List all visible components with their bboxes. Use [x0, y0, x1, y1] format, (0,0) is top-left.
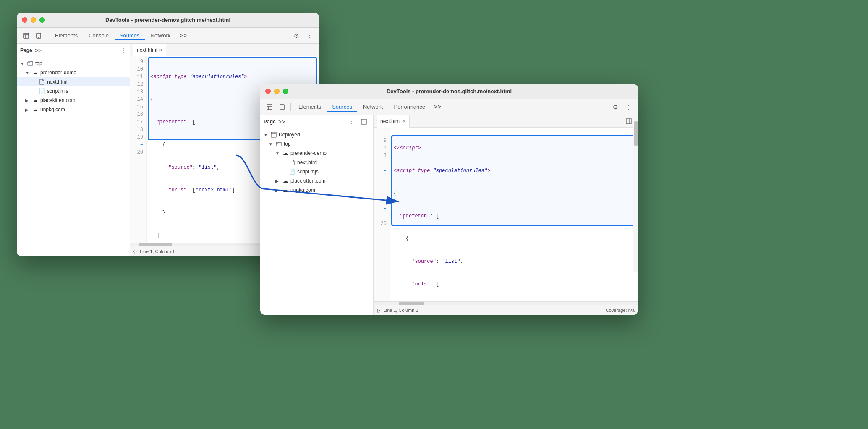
- cloud-icon-1: ☁: [32, 69, 39, 76]
- settings-icon-1[interactable]: ⚙: [290, 30, 302, 42]
- window-title-2: DevTools - prerender-demos.glitch.me/nex…: [387, 88, 512, 94]
- maximize-button-2[interactable]: [283, 89, 288, 94]
- more-icon-2[interactable]: ⋮: [623, 101, 635, 113]
- sidebar-header-2: Page >> ⋮: [260, 115, 373, 128]
- sidebar-tree-2: ▼ Deployed ▼: [260, 128, 373, 315]
- tree-item-prerender-2[interactable]: ▼ ☁ prerender-demo: [260, 149, 373, 158]
- traffic-lights-2: [265, 89, 288, 94]
- toolbar-2: Elements Sources Network Performance >> …: [260, 99, 638, 115]
- toolbar-separator-4: [447, 103, 447, 111]
- tree-label-top-1: top: [35, 60, 42, 66]
- box-icon-deployed: [270, 131, 277, 138]
- arrow-unpkg-1: ▶: [25, 107, 30, 112]
- close-button-2[interactable]: [265, 89, 271, 94]
- svg-rect-15: [276, 142, 281, 146]
- title-bar-1: DevTools - prerender-demos.glitch.me/nex…: [17, 13, 319, 28]
- sidebar-header-1: Page >> ⋮: [17, 44, 130, 57]
- sidebar-tree-1: ▼ top ▼ ☁ prerender-demo: [17, 57, 130, 256]
- arrow-pk-2: ▶: [275, 179, 280, 183]
- settings-icon-2[interactable]: ⚙: [609, 101, 621, 113]
- tree-label-nexthtml-1: next.html: [47, 79, 68, 85]
- tab-network-2[interactable]: Network: [358, 102, 388, 112]
- cloud-icon-2: ☁: [282, 150, 289, 157]
- status-coverage-2: Coverage: n/a: [606, 308, 635, 313]
- tab-sources-1[interactable]: Sources: [115, 31, 145, 40]
- tree-label-unpkg-2: unpkg.com: [290, 187, 315, 193]
- tree-item-prerender-1[interactable]: ▼ ☁ prerender-demo: [17, 68, 130, 77]
- toolbar-right-2: ⚙ ⋮: [609, 101, 635, 113]
- tree-item-top-1[interactable]: ▼ top: [17, 59, 130, 68]
- file-icon-2: [289, 159, 295, 166]
- more-tabs-icon-1[interactable]: >>: [176, 30, 189, 41]
- more-icon-1[interactable]: ⋮: [304, 30, 316, 42]
- tab-sources-2[interactable]: Sources: [327, 102, 357, 112]
- line-numbers-2: – 9 1 3 – – – – – – 20: [374, 128, 390, 301]
- tree-item-nexthtml-2[interactable]: ▶ next.html: [260, 158, 373, 167]
- code-area-2: – 9 1 3 – – – – – – 20 </script> <scri: [374, 128, 638, 301]
- tree-item-placekitten-2[interactable]: ▶ ☁ placekitten.com: [260, 176, 373, 186]
- sidebar-panel-toggle-2[interactable]: [358, 116, 370, 128]
- arrow-prerender-2: ▼: [275, 151, 280, 156]
- minimize-button-2[interactable]: [274, 89, 280, 94]
- more-tabs-icon-2[interactable]: >>: [431, 102, 444, 112]
- tab-elements-2[interactable]: Elements: [293, 102, 326, 112]
- arrow-prerender-1: ▼: [25, 71, 30, 75]
- tree-item-unpkg-2[interactable]: ▶ ☁ unpkg.com: [260, 186, 373, 195]
- svg-rect-6: [267, 105, 272, 110]
- tab-network-1[interactable]: Network: [146, 31, 176, 40]
- tab-performance-2[interactable]: Performance: [389, 102, 430, 112]
- tree-label-top-2: top: [284, 141, 291, 147]
- device-icon-2[interactable]: [276, 101, 288, 113]
- title-bar-2: DevTools - prerender-demos.glitch.me/nex…: [260, 84, 638, 99]
- device-icon[interactable]: [33, 30, 44, 42]
- tree-label-prerender-2: prerender-demo: [290, 150, 327, 156]
- right-scrollbar-2[interactable]: [633, 112, 638, 272]
- file-icon-1: [39, 78, 45, 85]
- tree-label-scriptmjs-1: script.mjs: [47, 88, 68, 94]
- arrow-deployed: ▼: [264, 133, 269, 137]
- inspector-icon[interactable]: [20, 30, 32, 42]
- inspector-icon-2[interactable]: [264, 101, 275, 113]
- toolbar-separator-3: [290, 103, 291, 111]
- folder-icon-top-2: [275, 141, 282, 147]
- sidebar-kebab-2[interactable]: ⋮: [349, 118, 355, 125]
- tab-console-1[interactable]: Console: [84, 31, 114, 40]
- editor-tabs-2: next.html ×: [374, 115, 638, 128]
- editor-tab-nexthtml-1[interactable]: next.html ×: [133, 44, 166, 56]
- folder-icon-top-1: [27, 60, 34, 67]
- editor-tab-close-2[interactable]: ×: [403, 118, 406, 125]
- tree-item-nexthtml-1[interactable]: ▶ next.html: [17, 77, 130, 86]
- tab-elements-1[interactable]: Elements: [50, 31, 83, 40]
- minimize-button-1[interactable]: [31, 17, 36, 23]
- script-icon-2: 📄: [289, 168, 295, 175]
- status-bar-2: {} Line 1, Column 1 Coverage: n/a: [374, 305, 638, 315]
- sidebar-more-icon-2[interactable]: >>: [278, 118, 285, 125]
- status-braces-icon-2: {}: [377, 308, 380, 313]
- tree-item-scriptmjs-2[interactable]: ▶ 📄 script.mjs: [260, 167, 373, 176]
- toolbar-right-1: ⚙ ⋮: [290, 30, 316, 42]
- cloud-unpkg-2: ☁: [282, 187, 289, 194]
- tree-item-top-2[interactable]: ▼ top: [260, 139, 373, 149]
- status-position-1: Line 1, Column 1: [140, 249, 175, 254]
- svg-rect-16: [626, 119, 631, 124]
- devtools-window-2: DevTools - prerender-demos.glitch.me/nex…: [260, 84, 638, 315]
- sidebar-2: Page >> ⋮ ▼: [260, 115, 374, 315]
- sidebar-kebab-1[interactable]: ⋮: [120, 47, 126, 54]
- tree-item-scriptmjs-1[interactable]: ▶ 📄 script.mjs: [17, 86, 130, 96]
- toolbar-separator-1: [47, 31, 47, 40]
- arrow-unpkg-2: ▶: [275, 188, 280, 193]
- maximize-button-1[interactable]: [39, 17, 45, 23]
- sidebar-more-icon-1[interactable]: >>: [35, 47, 42, 54]
- panel-content-2: Page >> ⋮ ▼: [260, 115, 638, 315]
- editor-tab-label-1: next.html: [137, 47, 157, 53]
- scrollbar-area-2[interactable]: [374, 301, 638, 305]
- sidebar-page-label-2: Page: [264, 119, 276, 125]
- editor-tab-nexthtml-2[interactable]: next.html ×: [377, 115, 410, 128]
- sidebar-1: Page >> ⋮ ▼ top ▼: [17, 44, 130, 256]
- tree-item-deployed[interactable]: ▼ Deployed: [260, 130, 373, 139]
- close-button-1[interactable]: [22, 17, 27, 23]
- editor-tab-close-1[interactable]: ×: [159, 47, 162, 53]
- sidebar-page-label-1: Page: [20, 47, 32, 53]
- tree-item-unpkg-1[interactable]: ▶ ☁ unpkg.com: [17, 105, 130, 114]
- tree-item-placekitten-1[interactable]: ▶ ☁ placekitten.com: [17, 96, 130, 105]
